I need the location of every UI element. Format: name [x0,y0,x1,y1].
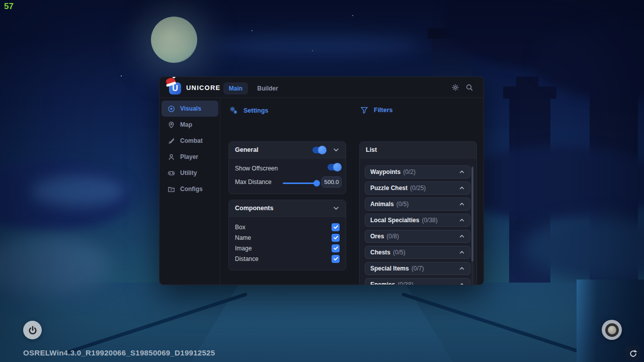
star [312,50,313,51]
filter-row-waypoints[interactable]: Waypoints (0/2) [365,165,470,178]
cloud [0,236,111,297]
image-checkbox-label: Image [235,245,252,252]
unicore-panel: U UNICORE Main Builder [159,76,484,285]
sidebar-item-combat[interactable]: Combat [162,133,218,149]
sidebar-item-label: Utility [180,169,197,176]
star [80,28,82,29]
eye-icon [167,105,175,113]
component-row: Image [235,243,340,253]
filter-row-local-specialties[interactable]: Local Specialties (0/38) [365,214,470,227]
component-row: Box [235,222,340,232]
search-icon[interactable] [465,83,473,94]
list-card-header: List [360,142,476,158]
build-watermark: OSRELWin4.3.0_R19920066_S19850069_D19912… [23,348,215,357]
pillar [590,81,638,283]
folder-icon [167,186,175,193]
filter-row-ores[interactable]: Ores (0/8) [365,230,470,243]
person-icon [167,153,175,161]
lens-icon [605,323,619,337]
tab-builder[interactable]: Builder [253,82,282,95]
moon [151,17,197,63]
filter-row-enemies[interactable]: Enemies (0/38) [365,278,470,285]
pillar [509,96,550,287]
chevron-up-icon [459,265,465,272]
filter-row-chests[interactable]: Chests (0/5) [365,246,470,259]
list-title: List [366,146,470,153]
cloud [0,0,131,45]
general-card: General Show Offscreen Max Distance 500.… [228,141,346,194]
star [121,75,122,76]
chevron-up-icon [459,169,465,175]
chevron-up-icon [459,201,465,207]
components-card-body: Box Name Image [229,217,346,270]
tab-main[interactable]: Main [223,82,248,95]
filter-row-puzzle-chest[interactable]: Puzzle Chest (0/25) [365,182,470,195]
cloud [30,176,126,206]
slider-knob[interactable] [313,180,320,187]
sidebar-item-map[interactable]: Map [162,117,218,133]
sidebar-item-label: Combat [180,137,203,144]
gears-icon [229,106,238,115]
star [352,15,353,16]
filters-title-row: Filters [360,106,393,114]
list-scrollbar-thumb[interactable] [471,167,473,261]
gear-icon[interactable] [451,83,459,94]
name-checkbox[interactable] [332,234,340,242]
filter-row-animals[interactable]: Animals (0/5) [365,198,470,211]
santa-hat-icon [166,77,176,85]
sidebar-item-label: Map [180,121,192,128]
pillar-cap [583,71,644,84]
game-screen: 57 OSRELWin4.3.0_R19920066_S19850069_D19… [0,0,644,362]
pillar-cap [428,28,476,39]
chevron-up-icon [459,185,465,191]
bridge-rail [64,292,248,354]
filters-list-card: List Waypoints (0/2) Puzzle Chest (0/25) [359,141,477,285]
sidebar-item-visuals[interactable]: Visuals [162,101,218,117]
sidebar-item-label: Visuals [180,105,201,112]
show-offscreen-toggle[interactable] [328,164,341,170]
lens-button[interactable] [602,320,622,340]
components-card: Components Box Name [228,200,346,270]
unicore-logo: U [168,80,183,96]
cloud [523,216,644,282]
cloud [443,0,644,70]
general-toggle[interactable] [312,147,326,153]
distance-checkbox-label: Distance [235,255,259,262]
image-checkbox[interactable] [332,244,340,252]
chevron-up-icon [459,249,465,255]
box-checkbox[interactable] [332,223,340,231]
bridge-walkway [191,285,453,362]
pillar-cap [503,86,556,99]
max-distance-value[interactable]: 500.0 [321,176,342,188]
refresh-icon [629,349,637,358]
pillar-cap [602,60,625,72]
sidebar-item-configs[interactable]: Configs [162,181,218,197]
general-card-header[interactable]: General [229,142,346,158]
component-label: Name [235,234,251,241]
sidebar-item-player[interactable]: Player [162,149,218,165]
refresh-button[interactable] [625,346,640,361]
cloud [533,20,644,101]
list-scrollbar[interactable] [471,165,473,285]
show-offscreen-label: Show Offscreen [235,165,278,172]
cloud [211,35,423,55]
chevron-down-icon [333,146,340,153]
star [252,30,253,31]
components-card-header[interactable]: Components [229,200,346,217]
brand-title: UNICORE [186,84,220,92]
filter-row-special-items[interactable]: Special Items (0/7) [365,262,470,275]
max-distance-label: Max Distance [235,178,272,186]
star [518,101,519,102]
bridge-rail [401,292,585,354]
cloud [0,161,131,231]
map-pin-icon [167,121,175,129]
component-row: Distance [235,253,340,264]
max-distance-slider[interactable] [283,183,317,184]
general-title: General [235,146,312,153]
gamepad-icon [167,169,175,177]
settings-title-row: Settings [229,106,268,115]
distance-checkbox[interactable] [332,255,340,263]
power-button[interactable] [23,321,42,339]
chevron-up-icon [459,233,465,239]
sidebar-item-utility[interactable]: Utility [162,165,218,181]
